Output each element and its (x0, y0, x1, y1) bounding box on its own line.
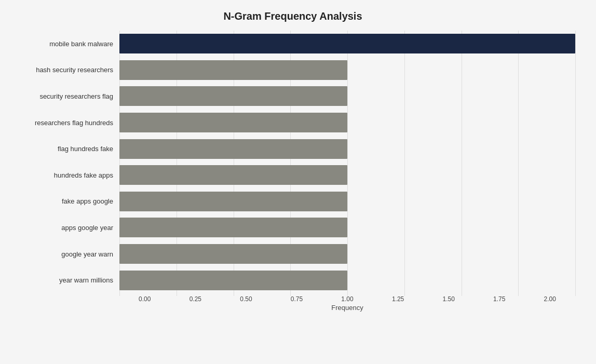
bar-label: google year warn (10, 250, 119, 258)
chart-title: N-Gram Frequency Analysis (10, 10, 575, 22)
bar-label: security researchers flag (10, 92, 119, 100)
bar-track (119, 111, 575, 134)
chart-area: mobile bank malwarehash security researc… (10, 31, 575, 312)
bar-track (119, 216, 575, 239)
bar-track (119, 85, 575, 108)
x-tick-label: 2.00 (525, 295, 576, 303)
bar-track (119, 242, 575, 266)
bar-label: mobile bank malware (10, 40, 119, 48)
bar-fill (119, 34, 575, 53)
bar-fill (119, 218, 347, 237)
bar-track (119, 164, 575, 187)
bar-row: fake apps google (10, 188, 575, 215)
bar-label: flag hundreds fake (10, 145, 119, 153)
bar-label: hash security researchers (10, 66, 119, 74)
bar-row: apps google year (10, 214, 575, 241)
x-tick-label: 1.75 (474, 295, 525, 303)
x-tick-label: 0.25 (170, 295, 221, 303)
bar-track (119, 190, 575, 213)
x-axis-label: Frequency (119, 304, 575, 312)
bar-fill (119, 86, 347, 106)
x-tick-label: 0.75 (272, 295, 322, 303)
bar-row: security researchers flag (10, 83, 575, 110)
bar-fill (119, 139, 347, 159)
bar-fill (119, 271, 347, 290)
bar-row: google year warn (10, 241, 575, 267)
bar-fill (119, 165, 347, 185)
bar-track (119, 268, 575, 292)
x-tick-label: 0.00 (119, 295, 170, 303)
bar-row: year warn millions (10, 267, 575, 293)
x-axis: 0.000.250.500.751.001.251.501.752.00 (119, 295, 575, 303)
bar-row: hash security researchers (10, 57, 575, 84)
x-tick-label: 1.25 (373, 295, 424, 303)
bar-label: apps google year (10, 224, 119, 232)
x-tick-label: 1.50 (423, 295, 474, 303)
bar-track (119, 59, 575, 82)
bar-track (119, 32, 575, 56)
chart-container: N-Gram Frequency Analysis mobile bank ma… (0, 0, 596, 364)
rows-area: mobile bank malwarehash security researc… (10, 31, 575, 293)
bar-row: researchers flag hundreds (10, 110, 575, 136)
bar-label: researchers flag hundreds (10, 119, 119, 127)
bar-row: hundreds fake apps (10, 162, 575, 188)
bar-fill (119, 192, 347, 211)
x-tick-label: 1.00 (322, 295, 373, 303)
x-tick-label: 0.50 (221, 295, 272, 303)
bar-label: hundreds fake apps (10, 171, 119, 179)
bar-row: mobile bank malware (10, 31, 575, 57)
bar-fill (119, 113, 347, 132)
bar-row: flag hundreds fake (10, 136, 575, 162)
bar-fill (119, 244, 347, 264)
grid-line (575, 31, 576, 296)
bar-fill (119, 60, 347, 80)
bar-label: fake apps google (10, 197, 119, 205)
bar-label: year warn millions (10, 276, 119, 284)
bar-track (119, 137, 575, 160)
